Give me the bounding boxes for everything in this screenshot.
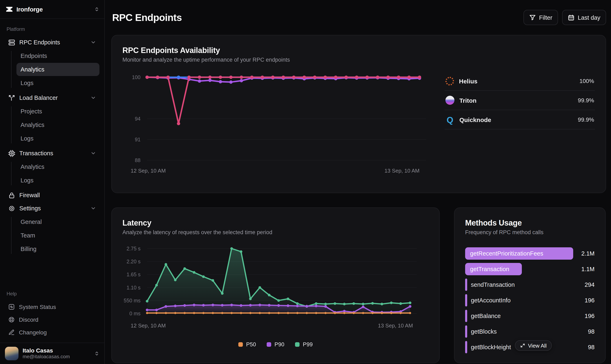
chevron-down-icon[interactable] <box>91 95 96 101</box>
sidebar-subnav-rpc-endpoints: EndpointsAnalyticsLogs <box>11 49 99 90</box>
latency-legend-item-p90: P90 <box>267 341 284 348</box>
help-item-label: System Status <box>19 303 56 310</box>
legend-provider-value: 100% <box>579 78 594 84</box>
method-label: getBlocks <box>471 328 497 335</box>
method-label: getRecentPrioritizationFees <box>465 250 543 257</box>
methods-card-subtitle: Frequency of RPC method calls <box>465 228 595 237</box>
sidebar-item-transactions[interactable]: Transactions <box>5 147 99 160</box>
server-icon <box>8 39 15 46</box>
legend-row-helius: Helius100% <box>445 71 595 91</box>
sidebar-item-load-balancer[interactable]: Load Balancer <box>5 91 99 104</box>
calendar-icon <box>568 14 574 21</box>
latency-legend-item-p50: P50 <box>238 341 256 348</box>
svg-text:1.65 s: 1.65 s <box>127 272 141 277</box>
user-menu[interactable]: Italo Casas me@italoacasas.com <box>0 343 104 364</box>
chevron-down-icon[interactable] <box>91 205 96 211</box>
methods-card-title: Methods Usage <box>465 218 595 228</box>
method-value: 196 <box>585 313 595 319</box>
legend-row-triton: Triton99.9% <box>445 91 595 110</box>
view-all-label: View All <box>528 342 547 349</box>
method-label: getAccountInfo <box>471 297 511 304</box>
legend-provider-value: 99.9% <box>578 97 594 104</box>
sidebar-item-label: RPC Endpoints <box>19 39 60 46</box>
method-bar <box>465 341 467 353</box>
latency-card-subtitle: Analyze the latency of requests over the… <box>122 228 429 237</box>
svg-text:550 ms: 550 ms <box>124 298 141 303</box>
help-nav: System StatusDiscordChangelog <box>5 300 99 338</box>
svg-text:91: 91 <box>135 137 141 142</box>
svg-text:13 Sep, 10 AM: 13 Sep, 10 AM <box>378 323 413 329</box>
method-value: 98 <box>588 344 595 351</box>
chevron-down-icon[interactable] <box>91 150 96 156</box>
legend-provider-value: 99.9% <box>578 116 594 123</box>
availability-card-title: RPC Endpoints Availability <box>122 45 595 56</box>
sidebar-subitem-rpc-endpoints-endpoints[interactable]: Endpoints <box>16 49 99 63</box>
svg-text:0 ms: 0 ms <box>130 311 141 316</box>
latency-chart[interactable]: 2.75 s2.20 s1.65 s1.10 s550 ms0 ms12 Sep… <box>122 243 431 340</box>
sidebar-item-rpc-endpoints[interactable]: RPC Endpoints <box>5 36 99 49</box>
sidebar-item-label: Load Balancer <box>19 94 58 101</box>
chevrons-up-down-icon[interactable] <box>94 7 99 12</box>
help-item-changelog[interactable]: Changelog <box>5 326 99 338</box>
help-item-system-status[interactable]: System Status <box>5 300 99 313</box>
section-label-platform: Platform <box>5 23 99 36</box>
methods-usage-card: Methods Usage Frequency of RPC method ca… <box>454 208 606 363</box>
quicknode-logo: Q <box>445 115 455 124</box>
method-value: 196 <box>585 297 595 304</box>
svg-text:12 Sep, 10 AM: 12 Sep, 10 AM <box>131 168 166 174</box>
availability-chart[interactable]: 10094918812 Sep, 10 AM13 Sep, 10 AM <box>122 71 435 178</box>
filter-button[interactable]: Filter <box>523 10 558 25</box>
sidebar-subitem-rpc-endpoints-analytics[interactable]: Analytics <box>16 63 99 76</box>
svg-text:94: 94 <box>135 116 141 122</box>
sidebar-item-settings[interactable]: Settings <box>5 202 99 215</box>
lock-icon <box>8 192 15 199</box>
brand-name: Ironforge <box>16 6 43 13</box>
gear-icon <box>8 205 15 212</box>
platform-nav: RPC EndpointsEndpointsAnalyticsLogsLoad … <box>5 36 99 257</box>
sidebar-subitem-load-balancer-logs[interactable]: Logs <box>16 132 99 145</box>
sidebar-subitem-load-balancer-analytics[interactable]: Analytics <box>16 118 99 131</box>
legend-label: P50 <box>246 341 256 348</box>
ironforge-logo-icon <box>5 5 13 13</box>
view-all-button[interactable]: View All <box>515 340 552 351</box>
main-content: RPC Endpoints Filter Last day RPC Endpoi… <box>105 0 611 364</box>
method-label: getTransaction <box>465 266 509 272</box>
legend-row-quicknode: QQuicknode99.9% <box>445 110 595 130</box>
method-row-getaccountinfo: getAccountInfo196 <box>465 294 595 307</box>
svg-text:100: 100 <box>132 74 141 80</box>
sidebar-subitem-load-balancer-projects[interactable]: Projects <box>16 105 99 118</box>
method-row-getrecentprioritizationfees: getRecentPrioritizationFees2.1M <box>465 247 595 260</box>
funnel-icon <box>529 14 536 21</box>
svg-text:88: 88 <box>135 157 141 163</box>
sidebar: Ironforge Platform RPC EndpointsEndpoint… <box>0 0 105 364</box>
method-row-gettransaction: getTransaction1.1M <box>465 263 595 275</box>
latency-card-title: Latency <box>122 218 429 228</box>
sidebar-nav: Platform RPC EndpointsEndpointsAnalytics… <box>0 19 104 343</box>
method-value: 1.1M <box>581 266 595 272</box>
sidebar-subitem-transactions-analytics[interactable]: Analytics <box>16 160 99 173</box>
sidebar-subitem-transactions-logs[interactable]: Logs <box>16 174 99 187</box>
sidebar-subitem-settings-billing[interactable]: Billing <box>16 242 99 256</box>
help-item-discord[interactable]: Discord <box>5 313 99 326</box>
latency-legend: P50P90P99 <box>122 341 429 348</box>
sidebar-subitem-rpc-endpoints-logs[interactable]: Logs <box>16 77 99 90</box>
chevron-down-icon[interactable] <box>91 39 96 45</box>
availability-legend: Helius100%Triton99.9%QQuicknode99.9% <box>445 71 595 178</box>
legend-swatch <box>267 342 271 347</box>
workspace-switcher[interactable]: Ironforge <box>0 0 104 19</box>
chevrons-up-down-icon[interactable] <box>94 351 99 356</box>
date-range-button[interactable]: Last day <box>562 10 606 25</box>
legend-swatch <box>238 342 243 347</box>
sidebar-subnav-transactions: AnalyticsLogs <box>11 160 99 187</box>
method-bar <box>465 325 467 338</box>
availability-card-subtitle: Monitor and analyze the uptime performan… <box>122 56 595 64</box>
sidebar-item-label: Firewall <box>19 192 40 198</box>
svg-text:13 Sep, 10 AM: 13 Sep, 10 AM <box>384 168 419 174</box>
method-bar <box>465 279 467 291</box>
help-item-label: Changelog <box>19 329 47 336</box>
sidebar-item-firewall[interactable]: Firewall <box>5 189 99 202</box>
sidebar-subnav-load-balancer: ProjectsAnalyticsLogs <box>11 105 99 145</box>
sidebar-subitem-settings-team[interactable]: Team <box>16 229 99 242</box>
sidebar-subitem-settings-general[interactable]: General <box>16 215 99 228</box>
sidebar-item-label: Settings <box>19 205 41 212</box>
